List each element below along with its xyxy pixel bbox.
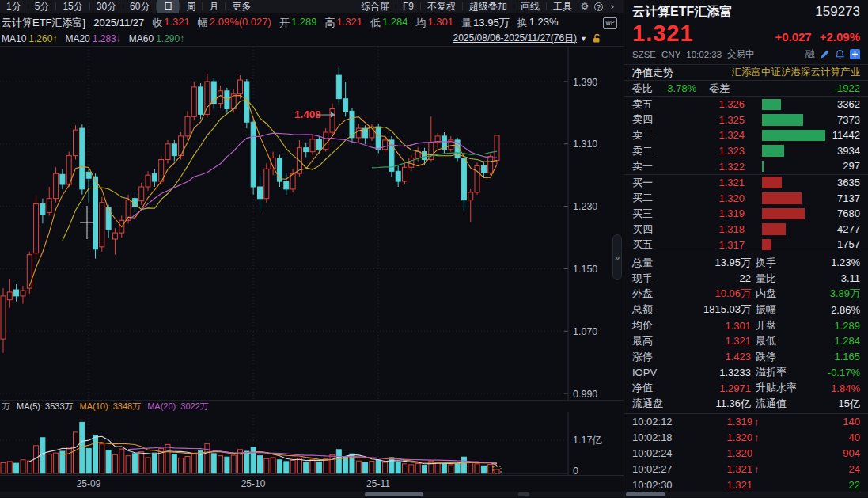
- level-label: 买四: [632, 222, 665, 237]
- chevron-down-icon[interactable]: ▼: [580, 35, 587, 43]
- bid-level-3[interactable]: 买三1.3197680: [624, 206, 868, 222]
- price-change: +0.027: [775, 30, 811, 44]
- tick-time: 10:02:18: [632, 431, 689, 443]
- stat-label: 涨停: [632, 350, 653, 364]
- ma-value: 1.260↑: [28, 33, 57, 44]
- tick-row-5: 10:02:301.32122: [624, 477, 868, 493]
- ask-level-1[interactable]: 卖五1.3263362: [624, 97, 868, 112]
- tab-period-8[interactable]: 月: [203, 0, 225, 13]
- level-volume: 1757: [837, 237, 860, 253]
- last-price: 1.321: [632, 21, 694, 47]
- tick-row-3: 10:02:241.320904: [624, 446, 868, 462]
- level-volume: 3635: [837, 175, 860, 191]
- scrollbar-thumb[interactable]: [365, 492, 423, 496]
- unlock-icon[interactable]: [592, 33, 601, 44]
- ma-value: 1.290↑: [156, 33, 184, 44]
- stat-value: 22: [740, 272, 751, 284]
- ma-label: MA20: [65, 33, 89, 44]
- margin-flag: 融: [805, 48, 815, 61]
- bid-level-2[interactable]: 买二1.3207137: [624, 191, 868, 207]
- tick-up-arrow-icon: ↑: [754, 416, 767, 428]
- level-bar-zone: 7373: [762, 112, 860, 128]
- tick-row-2: 10:02:181.320↑40: [624, 430, 868, 446]
- date-range[interactable]: 2025/08/06-2025/11/27(76日): [453, 32, 578, 45]
- ask-level-3[interactable]: 卖三1.32411442: [624, 127, 868, 143]
- nav-row[interactable]: 净值走势 汇添富中证沪港深云计算产业: [624, 64, 868, 80]
- alert-bell-icon[interactable]: [835, 49, 845, 59]
- tab-period-6[interactable]: 日: [157, 0, 179, 13]
- tick-price: 1.321: [689, 479, 752, 491]
- period-toolbar: 1分5分15分30分60分日周月更多 综合屏F9不复权超级叠加画线工具⚙?›: [0, 0, 624, 13]
- svg-text:0: 0: [573, 466, 578, 475]
- level-volume-bar: [762, 192, 802, 204]
- tick-volume: 140: [843, 416, 860, 428]
- bid-level-4[interactable]: 买四1.3184277: [624, 222, 868, 238]
- ask-level-4[interactable]: 卖二1.3233934: [624, 143, 868, 159]
- tab-period-4[interactable]: 30分: [90, 0, 123, 13]
- settings-gear-icon[interactable]: ⚙: [578, 1, 591, 12]
- tick-up-arrow-icon: ↑: [754, 463, 767, 475]
- level-price: 1.319: [665, 207, 745, 219]
- stat-row-5: 均价1.301开盘1.289: [624, 317, 868, 333]
- stat-row-10: 流通盘11.36亿流通值15亿: [624, 396, 868, 412]
- ask-level-5[interactable]: 卖一1.322297: [624, 158, 868, 174]
- help-icon[interactable]: ?: [594, 2, 603, 11]
- field-value: 13.95万: [473, 16, 510, 30]
- level-volume-bar: [762, 130, 825, 142]
- toolbar-item-2[interactable]: F9: [396, 0, 420, 13]
- panel-collapse-handle[interactable]: »: [612, 234, 622, 280]
- level-bar-zone: 7137: [762, 191, 860, 207]
- stat-label: 流通盘: [632, 397, 663, 411]
- chevron-right-icon[interactable]: ›: [606, 1, 619, 12]
- toolbar-item-4[interactable]: 超级叠加: [463, 0, 514, 13]
- toolbar-item-3[interactable]: 不复权: [421, 0, 462, 13]
- quote-time: 10:02:33: [686, 50, 722, 59]
- ma-value: 1.283↓: [93, 33, 121, 44]
- stat-label: 量比: [756, 272, 776, 286]
- date-axis-label: 25-10: [241, 478, 266, 489]
- level-bar-zone: 11442: [762, 127, 860, 143]
- panel-scrollbar-thumb[interactable]: [626, 492, 665, 496]
- ma-label: MA60: [129, 33, 154, 44]
- tab-period-9[interactable]: 更多: [226, 0, 257, 13]
- level-volume: 7373: [837, 112, 860, 128]
- tab-period-2[interactable]: 5分: [28, 0, 56, 13]
- vol-ma-label-2: MA(10): 3348万: [80, 401, 142, 412]
- tab-period-7[interactable]: 周: [180, 0, 202, 13]
- field-label: 量: [461, 16, 472, 30]
- stat-label: 开盘: [756, 318, 776, 333]
- candlestick-chart[interactable]: 1.3901.3101.2301.1501.0700.9901.408: [0, 46, 624, 400]
- tick-list[interactable]: 10:02:121.319↑14010:02:181.320↑4010:02:2…: [624, 413, 868, 493]
- toolbar-item-5[interactable]: 画线: [514, 0, 546, 13]
- tab-period-3[interactable]: 15分: [56, 0, 89, 13]
- tab-period-1[interactable]: 1分: [0, 0, 28, 13]
- edit-icon[interactable]: [820, 49, 830, 59]
- vol-ma-label-1: MA(5): 3533万: [17, 401, 74, 412]
- date-axis-label: 25-09: [77, 478, 101, 489]
- tick-row-1: 10:02:121.319↑140: [624, 414, 868, 430]
- ma-label: MA10: [2, 33, 26, 44]
- volume-chart[interactable]: 1.17亿0: [0, 412, 624, 475]
- stock-trading-app: 1分5分15分30分60分日周月更多 综合屏F9不复权超级叠加画线工具⚙?› 云…: [0, 0, 868, 498]
- stat-value: -0.17%: [828, 367, 860, 378]
- level-label: 卖四: [632, 112, 665, 127]
- stat-value: 1.423: [725, 351, 751, 363]
- currency-label: CNY: [661, 50, 680, 59]
- svg-text:0.990: 0.990: [573, 389, 597, 400]
- level-volume: 4277: [837, 222, 860, 238]
- stats-grid: 总量13.95万换手1.23%现手22量比3.11外盘10.06万内盘3.89万…: [624, 253, 868, 413]
- add-watchlist-icon[interactable]: [850, 49, 860, 59]
- toolbar-item-6[interactable]: 工具: [547, 0, 578, 13]
- level-volume: 7680: [837, 206, 860, 222]
- vol-ma-label-3: MA(20): 3022万: [147, 401, 209, 412]
- bid-level-5[interactable]: 买五1.3171757: [624, 237, 868, 253]
- tab-period-5[interactable]: 60分: [123, 0, 156, 13]
- toolbar-tools: 综合屏F9不复权超级叠加画线工具⚙?›: [354, 0, 624, 13]
- volume-ma-bar: 万MA(5): 3533万MA(10): 3348万MA(20): 3022万: [0, 400, 624, 412]
- field-label: 换: [517, 16, 528, 30]
- ask-level-2[interactable]: 卖四1.3257373: [624, 112, 868, 128]
- toolbar-item-1[interactable]: 综合屏: [354, 0, 396, 13]
- wp-icon[interactable]: WP: [603, 17, 617, 29]
- bid-level-1[interactable]: 买一1.3213635: [624, 175, 868, 191]
- stat-value: 1.284: [834, 335, 860, 347]
